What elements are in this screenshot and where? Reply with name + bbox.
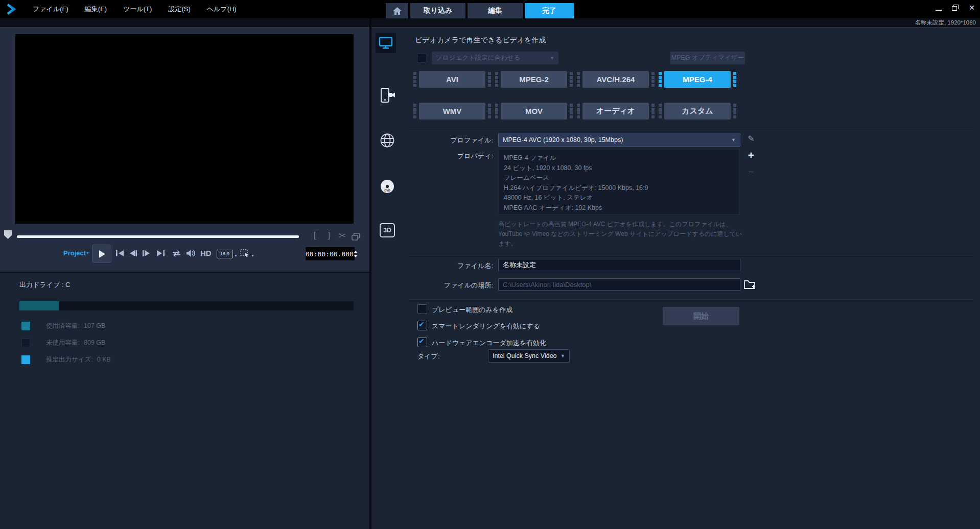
play-button[interactable] [92, 245, 111, 263]
seek-track[interactable] [17, 235, 299, 238]
repeat-button[interactable] [171, 250, 182, 257]
section-divider [409, 299, 973, 300]
disk-usage-bar [19, 301, 354, 310]
preview-range-checkbox[interactable] [417, 304, 427, 314]
encoder-type-dropdown[interactable]: Intel Quick Sync Video ▼ [488, 349, 570, 363]
sidebar-item-web[interactable] [380, 133, 395, 150]
chevron-down-icon: ▼ [550, 56, 558, 61]
section-divider [409, 256, 973, 257]
menu-edit[interactable]: 編集(E) [85, 5, 107, 14]
playback-source-dropdown[interactable]: Project▼ [63, 249, 89, 257]
format-wmv: WMV [412, 103, 493, 119]
filmstrip-perforation [650, 103, 656, 119]
filmstrip-perforation [657, 71, 663, 88]
menu-file[interactable]: ファイル(F) [33, 5, 68, 14]
edit-profile-icon[interactable]: ✎ [745, 134, 757, 143]
output-drive-section: 出力ドライブ : C 使用済容量:107 GB 未使用容量:809 GB 推定出… [0, 272, 369, 529]
sidebar-item-3d[interactable]: 3D [380, 223, 395, 237]
selection-mode-button[interactable] [240, 249, 249, 257]
tab-capture[interactable]: 取り込み [410, 3, 465, 18]
filmstrip-perforation [494, 71, 500, 88]
sidebar-item-device[interactable] [379, 87, 396, 106]
profile-dropdown[interactable]: MPEG-4 AVC (1920 x 1080, 30p, 15Mbps) ▼ [498, 133, 740, 147]
workspace-tabs: 取り込み 編集 完了 [386, 3, 574, 18]
hw-encoder-label: ハードウェアエンコーダ加速を有効化 [432, 339, 546, 348]
format-avi: AVI [412, 71, 493, 88]
type-label: タイプ: [417, 352, 440, 361]
file-name-label: ファイル名: [419, 261, 493, 271]
tab-home[interactable] [386, 3, 408, 18]
filmstrip-perforation [494, 103, 500, 119]
format-button-avc-h264[interactable]: AVC/H.264 [582, 71, 649, 88]
properties-box: MPEG-4 ファイル 24 ビット, 1920 x 1080, 30 fps … [498, 149, 739, 214]
sidebar-item-disc[interactable]: DVD [380, 179, 395, 196]
previous-frame-button[interactable] [129, 250, 137, 257]
close-button[interactable]: ✕ [969, 5, 975, 11]
go-to-start-button[interactable] [115, 250, 124, 257]
format-button-custom[interactable]: カスタム [664, 103, 731, 119]
monitor-icon [379, 36, 393, 50]
format-button-mpeg4-selected[interactable]: MPEG-4 [664, 71, 731, 88]
start-button[interactable]: 開始 [663, 307, 739, 325]
grab-frame-icon[interactable] [352, 233, 360, 241]
mpeg-optimizer-button[interactable]: MPEG オプティマイザー [670, 52, 745, 64]
share-header: ビデオカメラで再生できるビデオを作成 [415, 36, 546, 45]
format-button-wmv[interactable]: WMV [419, 103, 485, 119]
remove-profile-icon[interactable]: − [745, 166, 757, 178]
timecode-display[interactable]: 00:00:00.000 [306, 247, 355, 260]
add-profile-icon[interactable]: + [745, 149, 757, 161]
browse-folder-icon[interactable] [743, 278, 757, 291]
hd-toggle[interactable]: HD [200, 249, 212, 257]
selection-dropdown-arrow[interactable]: ▼ [251, 254, 254, 257]
format-button-mpeg2[interactable]: MPEG-2 [501, 71, 567, 88]
restore-button[interactable] [952, 5, 959, 11]
split-clip-icon[interactable]: ✂ [337, 231, 347, 241]
format-button-avi[interactable]: AVI [419, 71, 485, 88]
home-icon [393, 7, 402, 15]
estimated-color-swatch [21, 355, 30, 364]
file-name-input[interactable] [498, 259, 740, 271]
3d-icon: 3D [380, 223, 395, 237]
filmstrip-perforation [568, 71, 574, 88]
aspect-dropdown-arrow[interactable]: ▼ [234, 254, 238, 257]
video-preview [15, 34, 354, 224]
match-project-checkbox[interactable] [417, 53, 427, 63]
hw-encoder-checkbox[interactable] [417, 338, 427, 347]
filmstrip-perforation [486, 103, 493, 119]
mark-out-button[interactable]: ] [324, 231, 334, 240]
smart-render-checkbox[interactable] [417, 321, 427, 330]
filmstrip-perforation [568, 103, 574, 119]
dvd-disc-icon: DVD [380, 179, 395, 194]
legend-estimated: 推定出力サイズ:0 KB [21, 355, 111, 364]
app-logo-icon [6, 4, 20, 15]
tab-share[interactable]: 完了 [525, 3, 574, 18]
minimize-button[interactable] [936, 4, 942, 11]
mark-in-button[interactable]: [ [310, 231, 320, 240]
project-info: 名称未設定, 1920*1080 [915, 19, 976, 27]
go-to-end-button[interactable] [156, 250, 165, 257]
menu-help[interactable]: ヘルプ(H) [207, 5, 237, 14]
match-project-dropdown[interactable]: プロジェクト設定に合わせる ▼ [432, 52, 558, 64]
legend-used: 使用済容量:107 GB [21, 322, 105, 330]
disk-used-fill [19, 301, 59, 310]
timecode-spinner[interactable] [354, 251, 358, 257]
volume-button[interactable] [186, 249, 196, 257]
tab-edit[interactable]: 編集 [468, 3, 523, 18]
properties-label: プロパティ: [419, 152, 493, 161]
menu-tools[interactable]: ツール(T) [123, 5, 152, 14]
format-audio: オーディオ [575, 103, 656, 119]
sidebar-item-computer[interactable] [376, 33, 396, 53]
window-controls: ✕ [936, 4, 975, 11]
format-button-audio[interactable]: オーディオ [582, 103, 649, 119]
preview-range-label: プレビュー範囲のみを作成 [432, 305, 512, 315]
filmstrip-perforation [650, 71, 656, 88]
format-button-mov[interactable]: MOV [501, 103, 567, 119]
legend-free: 未使用容量:809 GB [21, 339, 105, 347]
aspect-ratio-selector[interactable]: 16:9 [217, 250, 233, 258]
next-frame-button[interactable] [142, 250, 151, 257]
profile-label: プロファイル: [419, 136, 493, 145]
file-location-input[interactable] [498, 278, 740, 291]
menu-settings[interactable]: 設定(S) [168, 5, 190, 14]
svg-text:DVD: DVD [384, 189, 390, 192]
smart-render-label: スマートレンダリングを有効にする [432, 322, 540, 331]
